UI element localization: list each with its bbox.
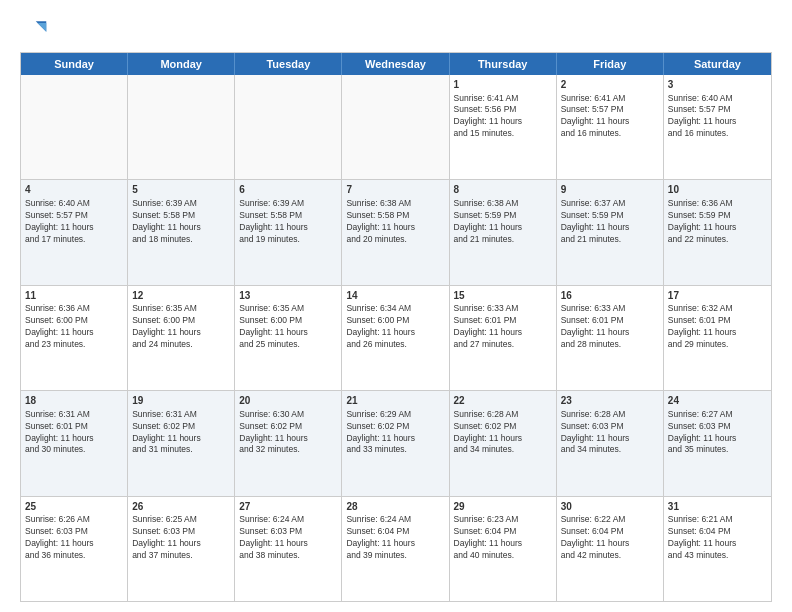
day-number: 4: [25, 183, 123, 197]
calendar-cell: 23Sunrise: 6:28 AMSunset: 6:03 PMDayligh…: [557, 391, 664, 495]
cell-text: Sunrise: 6:41 AMSunset: 5:56 PMDaylight:…: [454, 93, 552, 141]
day-number: 25: [25, 500, 123, 514]
cell-text: Sunrise: 6:28 AMSunset: 6:03 PMDaylight:…: [561, 409, 659, 457]
calendar-cell: 4Sunrise: 6:40 AMSunset: 5:57 PMDaylight…: [21, 180, 128, 284]
cell-text: Sunrise: 6:23 AMSunset: 6:04 PMDaylight:…: [454, 514, 552, 562]
day-number: 2: [561, 78, 659, 92]
calendar-row: 25Sunrise: 6:26 AMSunset: 6:03 PMDayligh…: [21, 496, 771, 601]
calendar-cell: 2Sunrise: 6:41 AMSunset: 5:57 PMDaylight…: [557, 75, 664, 179]
calendar-cell: 30Sunrise: 6:22 AMSunset: 6:04 PMDayligh…: [557, 497, 664, 601]
day-number: 21: [346, 394, 444, 408]
cell-text: Sunrise: 6:26 AMSunset: 6:03 PMDaylight:…: [25, 514, 123, 562]
day-number: 23: [561, 394, 659, 408]
cell-text: Sunrise: 6:28 AMSunset: 6:02 PMDaylight:…: [454, 409, 552, 457]
cell-text: Sunrise: 6:34 AMSunset: 6:00 PMDaylight:…: [346, 303, 444, 351]
cell-text: Sunrise: 6:41 AMSunset: 5:57 PMDaylight:…: [561, 93, 659, 141]
calendar-cell: 14Sunrise: 6:34 AMSunset: 6:00 PMDayligh…: [342, 286, 449, 390]
day-number: 26: [132, 500, 230, 514]
day-number: 30: [561, 500, 659, 514]
day-number: 5: [132, 183, 230, 197]
day-number: 9: [561, 183, 659, 197]
logo-icon: [20, 16, 48, 44]
calendar-cell: 10Sunrise: 6:36 AMSunset: 5:59 PMDayligh…: [664, 180, 771, 284]
cell-text: Sunrise: 6:36 AMSunset: 5:59 PMDaylight:…: [668, 198, 767, 246]
calendar-cell: [235, 75, 342, 179]
calendar-header-cell: Tuesday: [235, 53, 342, 75]
calendar-cell: 22Sunrise: 6:28 AMSunset: 6:02 PMDayligh…: [450, 391, 557, 495]
cell-text: Sunrise: 6:39 AMSunset: 5:58 PMDaylight:…: [239, 198, 337, 246]
page: SundayMondayTuesdayWednesdayThursdayFrid…: [0, 0, 792, 612]
day-number: 7: [346, 183, 444, 197]
day-number: 28: [346, 500, 444, 514]
day-number: 18: [25, 394, 123, 408]
cell-text: Sunrise: 6:39 AMSunset: 5:58 PMDaylight:…: [132, 198, 230, 246]
calendar-cell: 15Sunrise: 6:33 AMSunset: 6:01 PMDayligh…: [450, 286, 557, 390]
calendar-cell: 24Sunrise: 6:27 AMSunset: 6:03 PMDayligh…: [664, 391, 771, 495]
calendar-cell: 31Sunrise: 6:21 AMSunset: 6:04 PMDayligh…: [664, 497, 771, 601]
calendar-header-cell: Wednesday: [342, 53, 449, 75]
cell-text: Sunrise: 6:31 AMSunset: 6:02 PMDaylight:…: [132, 409, 230, 457]
day-number: 24: [668, 394, 767, 408]
cell-text: Sunrise: 6:36 AMSunset: 6:00 PMDaylight:…: [25, 303, 123, 351]
calendar-cell: 9Sunrise: 6:37 AMSunset: 5:59 PMDaylight…: [557, 180, 664, 284]
cell-text: Sunrise: 6:22 AMSunset: 6:04 PMDaylight:…: [561, 514, 659, 562]
cell-text: Sunrise: 6:38 AMSunset: 5:59 PMDaylight:…: [454, 198, 552, 246]
day-number: 27: [239, 500, 337, 514]
calendar-cell: [128, 75, 235, 179]
calendar-header: SundayMondayTuesdayWednesdayThursdayFrid…: [21, 53, 771, 75]
day-number: 29: [454, 500, 552, 514]
day-number: 17: [668, 289, 767, 303]
calendar-header-cell: Saturday: [664, 53, 771, 75]
cell-text: Sunrise: 6:33 AMSunset: 6:01 PMDaylight:…: [561, 303, 659, 351]
calendar-header-cell: Thursday: [450, 53, 557, 75]
cell-text: Sunrise: 6:24 AMSunset: 6:03 PMDaylight:…: [239, 514, 337, 562]
calendar-cell: 19Sunrise: 6:31 AMSunset: 6:02 PMDayligh…: [128, 391, 235, 495]
calendar-cell: [342, 75, 449, 179]
calendar-row: 4Sunrise: 6:40 AMSunset: 5:57 PMDaylight…: [21, 179, 771, 284]
calendar-cell: 29Sunrise: 6:23 AMSunset: 6:04 PMDayligh…: [450, 497, 557, 601]
calendar-cell: 1Sunrise: 6:41 AMSunset: 5:56 PMDaylight…: [450, 75, 557, 179]
day-number: 1: [454, 78, 552, 92]
day-number: 6: [239, 183, 337, 197]
day-number: 19: [132, 394, 230, 408]
calendar-row: 11Sunrise: 6:36 AMSunset: 6:00 PMDayligh…: [21, 285, 771, 390]
calendar-cell: 7Sunrise: 6:38 AMSunset: 5:58 PMDaylight…: [342, 180, 449, 284]
day-number: 8: [454, 183, 552, 197]
calendar-cell: 16Sunrise: 6:33 AMSunset: 6:01 PMDayligh…: [557, 286, 664, 390]
cell-text: Sunrise: 6:24 AMSunset: 6:04 PMDaylight:…: [346, 514, 444, 562]
day-number: 22: [454, 394, 552, 408]
cell-text: Sunrise: 6:33 AMSunset: 6:01 PMDaylight:…: [454, 303, 552, 351]
cell-text: Sunrise: 6:27 AMSunset: 6:03 PMDaylight:…: [668, 409, 767, 457]
calendar-cell: 17Sunrise: 6:32 AMSunset: 6:01 PMDayligh…: [664, 286, 771, 390]
cell-text: Sunrise: 6:29 AMSunset: 6:02 PMDaylight:…: [346, 409, 444, 457]
cell-text: Sunrise: 6:40 AMSunset: 5:57 PMDaylight:…: [668, 93, 767, 141]
day-number: 20: [239, 394, 337, 408]
calendar-cell: 12Sunrise: 6:35 AMSunset: 6:00 PMDayligh…: [128, 286, 235, 390]
cell-text: Sunrise: 6:40 AMSunset: 5:57 PMDaylight:…: [25, 198, 123, 246]
svg-rect-0: [20, 16, 48, 44]
calendar-body: 1Sunrise: 6:41 AMSunset: 5:56 PMDaylight…: [21, 75, 771, 601]
cell-text: Sunrise: 6:31 AMSunset: 6:01 PMDaylight:…: [25, 409, 123, 457]
cell-text: Sunrise: 6:25 AMSunset: 6:03 PMDaylight:…: [132, 514, 230, 562]
calendar-header-cell: Friday: [557, 53, 664, 75]
cell-text: Sunrise: 6:21 AMSunset: 6:04 PMDaylight:…: [668, 514, 767, 562]
cell-text: Sunrise: 6:37 AMSunset: 5:59 PMDaylight:…: [561, 198, 659, 246]
day-number: 14: [346, 289, 444, 303]
calendar-cell: 18Sunrise: 6:31 AMSunset: 6:01 PMDayligh…: [21, 391, 128, 495]
calendar-cell: 28Sunrise: 6:24 AMSunset: 6:04 PMDayligh…: [342, 497, 449, 601]
calendar-header-cell: Monday: [128, 53, 235, 75]
calendar-cell: 21Sunrise: 6:29 AMSunset: 6:02 PMDayligh…: [342, 391, 449, 495]
calendar-cell: 3Sunrise: 6:40 AMSunset: 5:57 PMDaylight…: [664, 75, 771, 179]
calendar-cell: 11Sunrise: 6:36 AMSunset: 6:00 PMDayligh…: [21, 286, 128, 390]
day-number: 16: [561, 289, 659, 303]
calendar-header-cell: Sunday: [21, 53, 128, 75]
calendar: SundayMondayTuesdayWednesdayThursdayFrid…: [20, 52, 772, 602]
day-number: 13: [239, 289, 337, 303]
day-number: 12: [132, 289, 230, 303]
calendar-cell: [21, 75, 128, 179]
calendar-row: 18Sunrise: 6:31 AMSunset: 6:01 PMDayligh…: [21, 390, 771, 495]
cell-text: Sunrise: 6:35 AMSunset: 6:00 PMDaylight:…: [239, 303, 337, 351]
calendar-cell: 20Sunrise: 6:30 AMSunset: 6:02 PMDayligh…: [235, 391, 342, 495]
day-number: 31: [668, 500, 767, 514]
calendar-row: 1Sunrise: 6:41 AMSunset: 5:56 PMDaylight…: [21, 75, 771, 179]
